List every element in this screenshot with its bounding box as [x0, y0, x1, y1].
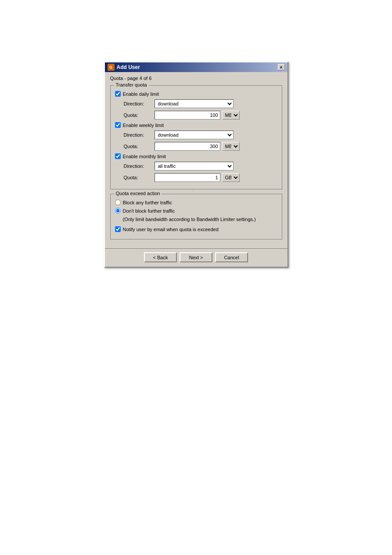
daily-unit-select[interactable]: MB KB GB — [222, 111, 240, 120]
monthly-unit-select[interactable]: MB KB GB — [222, 173, 240, 182]
daily-quota-input-group: MB KB GB — [155, 111, 240, 120]
dont-block-row: Don't block further traffic — [115, 208, 277, 214]
add-user-dialog: G Add User × Quota - page 4 of 6 Transfe… — [104, 62, 288, 268]
monthly-limit-row: Enable monthly limit — [115, 153, 277, 159]
daily-quota-label: Quota: — [124, 112, 155, 118]
monthly-direction-select[interactable]: download upload all traffic — [155, 162, 234, 170]
weekly-direction-label: Direction: — [124, 132, 155, 138]
dialog-footer: < Back Next > Cancel — [105, 248, 288, 267]
close-button[interactable]: × — [278, 64, 285, 70]
weekly-direction-row: Direction: download upload all traffic — [115, 131, 277, 139]
weekly-limit-row: Enable weekly limit — [115, 122, 277, 128]
enable-monthly-label: Enable monthly limit — [123, 154, 166, 159]
weekly-quota-input-group: MB KB GB — [155, 142, 240, 151]
monthly-quota-row: Quota: MB KB GB — [115, 173, 277, 182]
weekly-quota-label: Quota: — [124, 144, 155, 149]
daily-quota-input[interactable] — [155, 111, 220, 120]
notify-label: Notify user by email when quota is excee… — [123, 227, 219, 232]
back-button[interactable]: < Back — [144, 252, 177, 262]
daily-quota-row: Quota: MB KB GB — [115, 111, 277, 120]
transfer-quota-group: Transfer quota Enable daily limit Direct… — [110, 85, 282, 189]
enable-weekly-label: Enable weekly limit — [123, 123, 164, 128]
quota-exceed-group: Quota exceed action Block any further tr… — [110, 194, 282, 239]
titlebar-left: G Add User — [108, 64, 140, 71]
next-button[interactable]: Next > — [180, 252, 212, 262]
enable-monthly-checkbox[interactable] — [115, 153, 121, 159]
daily-direction-row: Direction: download upload all traffic — [115, 99, 277, 108]
weekly-quota-input[interactable] — [155, 142, 220, 151]
dialog-icon: G — [108, 64, 115, 71]
dont-block-label: Don't block further traffic — [123, 208, 175, 214]
monthly-direction-row: Direction: download upload all traffic — [115, 162, 277, 170]
monthly-quota-label: Quota: — [124, 175, 155, 180]
weekly-quota-row: Quota: MB KB GB — [115, 142, 277, 151]
dialog-title: Add User — [117, 64, 140, 70]
dont-block-radio[interactable] — [115, 208, 121, 214]
monthly-quota-input[interactable] — [155, 173, 220, 182]
weekly-unit-select[interactable]: MB KB GB — [222, 142, 240, 151]
weekly-direction-select[interactable]: download upload all traffic — [155, 131, 234, 139]
notify-checkbox[interactable] — [115, 226, 121, 232]
dialog-body: Quota - page 4 of 6 Transfer quota Enabl… — [105, 72, 288, 248]
bandwidth-limiter-info: (Only limit bandwidth according to Bandw… — [115, 216, 277, 223]
enable-daily-checkbox[interactable] — [115, 91, 121, 97]
block-traffic-radio[interactable] — [115, 200, 121, 205]
page-indicator: Quota - page 4 of 6 — [110, 76, 282, 81]
daily-direction-label: Direction: — [124, 101, 155, 106]
monthly-quota-input-group: MB KB GB — [155, 173, 240, 182]
cancel-button[interactable]: Cancel — [215, 252, 248, 262]
enable-weekly-checkbox[interactable] — [115, 122, 121, 128]
enable-daily-label: Enable daily limit — [123, 91, 159, 97]
monthly-direction-label: Direction: — [124, 163, 155, 169]
block-traffic-label: Block any further traffic — [123, 200, 172, 205]
dialog-titlebar: G Add User × — [105, 62, 288, 72]
daily-direction-select[interactable]: download upload all traffic — [155, 99, 234, 108]
transfer-quota-legend: Transfer quota — [114, 82, 149, 87]
notify-row: Notify user by email when quota is excee… — [115, 226, 277, 232]
quota-exceed-legend: Quota exceed action — [114, 191, 162, 196]
daily-limit-row: Enable daily limit — [115, 91, 277, 97]
block-traffic-row: Block any further traffic — [115, 200, 277, 205]
